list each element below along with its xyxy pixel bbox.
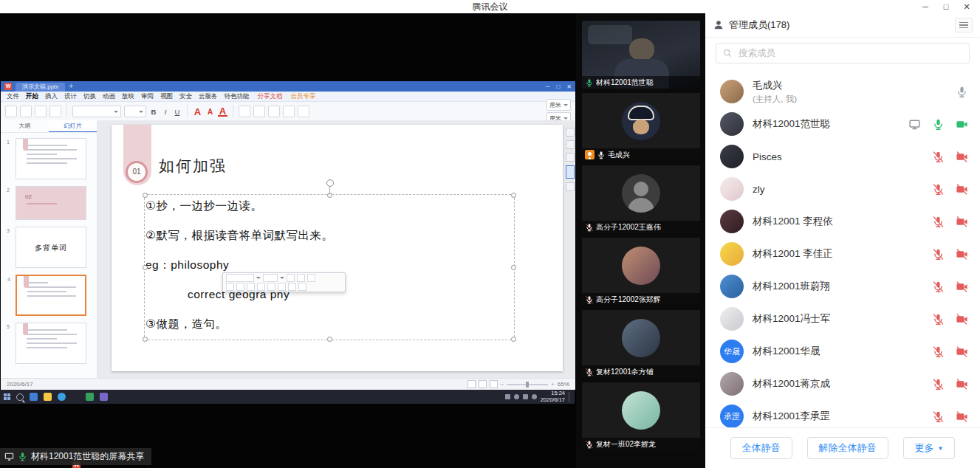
shared-wps-window: W 演示文稿.pptx + ─□✕ 文件开始插入设计切换动画放映审阅视图安全云服… xyxy=(1,81,575,390)
view-mode-icon xyxy=(490,380,498,388)
member-name: 材科12001范世聪 xyxy=(753,117,830,131)
participant-name: 复材12001余方铺 xyxy=(596,367,654,377)
mic-muted-icon[interactable] xyxy=(932,378,945,390)
member-row[interactable]: 材科12001蒋京成 xyxy=(705,368,980,400)
selection-handle xyxy=(143,193,148,198)
minimize-button[interactable]: ─ xyxy=(915,0,936,13)
font-size-field xyxy=(124,106,146,117)
member-row[interactable]: 承罡材科12001李承罡 xyxy=(705,400,980,428)
mic-icon[interactable] xyxy=(956,86,968,98)
mic-muted-icon[interactable] xyxy=(932,183,945,196)
mic-muted-icon[interactable] xyxy=(932,345,945,358)
camera-muted-icon[interactable] xyxy=(956,345,968,358)
member-row[interactable]: 材科12001范世聪 xyxy=(705,108,980,140)
wps-menu-item: 安全 xyxy=(179,92,192,101)
thumb-label: 多背单词 xyxy=(16,243,86,253)
wps-doc-tab: 演示文稿.pptx xyxy=(16,83,65,92)
wps-new-tab-icon: + xyxy=(69,82,73,91)
mic-muted-icon[interactable] xyxy=(932,216,945,228)
mic-on-icon[interactable] xyxy=(932,118,945,131)
selection-handle xyxy=(143,265,148,270)
member-row[interactable]: 材科12001 李程依 xyxy=(705,205,980,238)
mute-all-button[interactable]: 全体静音 xyxy=(730,437,792,459)
camera-muted-icon[interactable] xyxy=(956,216,968,228)
wps-menu-badge: 分享文档 xyxy=(258,92,283,101)
member-row[interactable]: 华晟材科12001华晟 xyxy=(705,335,980,368)
zoom-slider xyxy=(507,384,548,385)
wps-menu-item: 插入 xyxy=(45,92,58,101)
wps-menu-item: 动画 xyxy=(103,92,115,101)
participant-name: 高分子12002王嘉伟 xyxy=(596,222,661,233)
member-row[interactable]: 材科12001 李佳正 xyxy=(705,238,980,270)
camera-muted-icon[interactable] xyxy=(956,151,968,163)
more-button[interactable]: 更多▼ xyxy=(903,437,956,459)
member-name: 材科12001 李佳正 xyxy=(753,247,833,261)
member-row[interactable]: Pisces xyxy=(705,140,980,173)
camera-muted-icon[interactable] xyxy=(956,248,968,261)
wps-statusbar: 2020/6/17 − + 65% xyxy=(1,378,575,390)
mic-muted-icon[interactable] xyxy=(932,248,945,261)
camera-muted-icon[interactable] xyxy=(956,378,968,390)
mic-muted-icon[interactable] xyxy=(932,313,945,326)
taskbar-app-icon xyxy=(58,393,66,401)
camera-on-icon[interactable] xyxy=(956,118,968,131)
wps-menu-item: 切换 xyxy=(83,92,96,101)
slide-thumbnail: 5 xyxy=(16,323,86,364)
wps-toolbar: B I U A A A 厘米 厘米 xyxy=(1,102,575,122)
participant-avatar xyxy=(622,247,660,285)
video-tile[interactable]: 复材一班02李娇龙 xyxy=(582,382,700,450)
share-banner: 材科12001范世聪的屏幕共享 xyxy=(0,448,151,465)
member-avatar: 华晟 xyxy=(720,340,744,363)
mic-muted-icon[interactable] xyxy=(932,410,945,423)
close-button[interactable]: ✕ xyxy=(956,0,977,13)
unmute-all-button[interactable]: 解除全体静音 xyxy=(807,437,888,459)
maximize-button[interactable]: □ xyxy=(936,0,956,13)
selection-handle xyxy=(143,337,148,342)
mic-on-icon xyxy=(585,78,594,87)
video-tile[interactable]: 高分子12002张郑辉 xyxy=(582,238,700,306)
video-tile[interactable]: 毛成兴 xyxy=(582,93,700,161)
taskbar-search-icon xyxy=(16,393,24,401)
selection-box xyxy=(144,194,515,340)
shape-height-field: 厘米 xyxy=(546,99,571,111)
slide-badge: 01 xyxy=(126,161,148,183)
camera-muted-icon[interactable] xyxy=(956,281,968,293)
member-row[interactable]: 材科12001冯士军 xyxy=(705,303,980,335)
slide-title: 如何加强 xyxy=(159,156,227,176)
tencent-meeting-window: 腾讯会议 ─ □ ✕ W 演示文稿.pptx + ─□✕ 文件开始插入设计切换动… xyxy=(0,0,980,468)
mic-muted-icon[interactable] xyxy=(932,281,945,293)
member-name: 材科12001华晟 xyxy=(753,345,820,358)
member-row[interactable]: 材科12001班蔚翔 xyxy=(705,270,980,303)
zoom-level: 65% xyxy=(558,381,569,388)
member-avatar xyxy=(720,242,744,266)
camera-muted-icon[interactable] xyxy=(956,410,968,423)
search-input[interactable] xyxy=(737,47,963,59)
shared-taskbar: 15:24 2020/6/17 xyxy=(0,390,575,404)
participant-name: 材科12001范世聪 xyxy=(596,78,654,88)
wps-menu-item: 审阅 xyxy=(141,92,154,101)
wps-menu-item: 视图 xyxy=(160,92,173,101)
participant-name: 复材一班02李娇龙 xyxy=(596,439,656,450)
outline-tab: 大纲 xyxy=(1,120,49,132)
camera-muted-icon[interactable] xyxy=(956,313,968,326)
video-tile[interactable]: 高分子12002王嘉伟 xyxy=(582,165,700,233)
tile-label: 毛成兴 xyxy=(582,148,700,161)
view-mode-icon xyxy=(467,380,476,388)
member-row[interactable]: 毛成兴(主持人, 我) xyxy=(705,75,980,108)
menu-icon[interactable] xyxy=(955,18,973,32)
member-row[interactable]: zly xyxy=(705,173,980,205)
wps-menu-item: 设计 xyxy=(64,92,77,101)
slide-thumbnail-panel: 大纲 幻灯片 12023多背单词45 xyxy=(1,120,97,379)
video-tile[interactable]: 材科12001范世聪 xyxy=(582,21,700,89)
caret-down-icon: ▼ xyxy=(938,445,944,452)
panel-title: 管理成员(178) xyxy=(729,18,789,32)
mic-muted-icon[interactable] xyxy=(932,151,945,163)
screen-share-icon[interactable] xyxy=(908,118,921,131)
selection-handle xyxy=(511,193,516,198)
camera-muted-icon[interactable] xyxy=(956,183,968,196)
monitor-icon xyxy=(4,452,14,461)
video-tile[interactable]: 复材12001余方铺 xyxy=(582,310,700,378)
selection-handle xyxy=(511,337,516,342)
search-icon xyxy=(722,48,733,58)
member-avatar xyxy=(720,275,744,298)
